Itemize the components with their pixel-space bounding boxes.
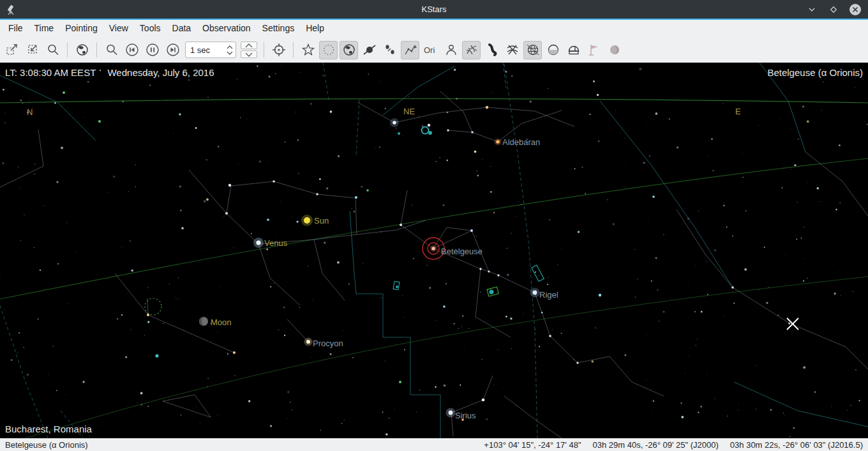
constellation-lines [0, 91, 868, 438]
toggle-solar-system-button[interactable] [340, 41, 358, 59]
menu-view[interactable]: View [103, 20, 134, 37]
nebula-marker [398, 132, 400, 135]
dso-rect-marker [393, 281, 400, 289]
saturn-planet-icon [363, 43, 377, 57]
toggle-constellation-boundaries-button[interactable] [462, 41, 481, 59]
globe-icon [75, 43, 89, 57]
sky-map[interactable]: LT: 3:08:30 AM EEST Wednesday, July 6, 2… [0, 63, 868, 438]
time-unit-down-button[interactable] [241, 50, 257, 58]
search-icon [105, 43, 119, 57]
equatorial-grid-icon [505, 43, 520, 57]
menu-pointing[interactable]: Pointing [59, 20, 103, 37]
betelgeuse-label[interactable]: Betelgeuse [441, 247, 483, 256]
spin-down-icon[interactable] [227, 51, 233, 55]
procyon-marker[interactable] [304, 338, 313, 346]
spin-up-icon[interactable] [227, 45, 233, 49]
time-step-backward-button[interactable] [123, 41, 141, 59]
time-step-spinbox[interactable] [185, 42, 236, 58]
compass-label-ne: NE [403, 107, 415, 116]
toggle-whats-interesting-button[interactable] [564, 41, 583, 59]
eclipse-icon [608, 43, 622, 57]
sun-marker[interactable] [301, 215, 313, 226]
menu-data[interactable]: Data [167, 20, 197, 37]
menu-settings[interactable]: Settings [257, 20, 301, 37]
person-figure-icon [444, 43, 458, 57]
sky-canvas[interactable] [0, 63, 868, 438]
toggle-planets-button[interactable] [360, 41, 378, 59]
moon-marker[interactable] [199, 317, 208, 326]
toggle-equatorial-grid-button[interactable] [503, 41, 521, 59]
sun-label[interactable]: Sun [314, 216, 329, 226]
ecliptic-line [0, 158, 868, 299]
time-unit-up-button[interactable] [241, 42, 257, 49]
time-step-input[interactable] [186, 45, 219, 56]
menu-time[interactable]: Time [29, 20, 60, 37]
geographic-location-button[interactable] [73, 41, 91, 59]
time-info-box[interactable]: LT: 3:08:30 AM EEST Wednesday, July 6, 2… [5, 67, 214, 78]
toggle-deep-sky-objects-button[interactable] [319, 41, 338, 59]
dotted-circle-icon [322, 43, 336, 57]
horizontal-grid-icon [526, 43, 540, 57]
aldebaran-marker[interactable] [495, 139, 502, 146]
maximize-button[interactable] [827, 3, 840, 16]
moon-label[interactable]: Moon [211, 317, 232, 327]
sirius-label[interactable]: Sirius [455, 411, 476, 420]
focus-info-box[interactable]: Betelgeuse (α Orionis) [767, 67, 863, 78]
observatory-dome-icon [567, 43, 581, 57]
zoom-in-button[interactable] [3, 41, 21, 59]
skip-backward-icon [124, 42, 140, 57]
deep-sky-object-markers [145, 127, 544, 316]
orion-nebula-dot [490, 290, 494, 294]
location-info-box[interactable]: Bucharest, Romania [5, 424, 92, 434]
supernovae-icon [383, 43, 397, 57]
maximize-icon [829, 5, 838, 14]
toggle-stars-button[interactable] [299, 41, 317, 59]
rigel-marker[interactable] [530, 288, 540, 298]
compass-label-e: E [735, 107, 741, 116]
menu-tools[interactable]: Tools [134, 20, 167, 37]
toolbar-separator [96, 42, 97, 57]
zoom-out-icon [26, 43, 40, 57]
find-object-dialog-button[interactable] [102, 41, 121, 59]
status-j2000-coords: 03h 29m 40s, -26° 09' 25" (J2000) [593, 440, 719, 450]
toggle-horizontal-grid-button[interactable] [523, 41, 542, 59]
track-object-button[interactable] [269, 41, 288, 59]
menubar: File Time Pointing View Tools Data Obser… [0, 20, 868, 37]
close-button[interactable] [849, 3, 862, 16]
toggle-flags-button[interactable] [585, 41, 603, 59]
toggle-constellation-art-button[interactable] [442, 41, 460, 59]
aldebaran-label[interactable]: Aldebaran [502, 137, 540, 147]
toggle-milky-way-button[interactable] [483, 41, 501, 59]
toggle-horizon-button[interactable] [544, 41, 562, 59]
zoom-out-button[interactable] [23, 41, 41, 59]
crosshair-target-icon [271, 42, 287, 57]
toggle-supernovae-button[interactable] [380, 41, 399, 59]
menu-file[interactable]: File [3, 20, 29, 37]
rigel-label[interactable]: Rigel [539, 290, 558, 300]
flag-icon [587, 43, 601, 57]
date-text: Wednesday, July 6, 2016 [107, 67, 214, 78]
kstars-window: KStars File Time Pointing View Tools Dat… [0, 0, 868, 451]
find-object-button[interactable] [43, 41, 62, 59]
search-icon [46, 43, 60, 57]
menu-help[interactable]: Help [300, 20, 330, 37]
minimize-button[interactable] [805, 3, 818, 16]
toggle-constellation-names-button[interactable]: Ori [421, 41, 440, 59]
sirius-marker[interactable] [446, 408, 456, 418]
toggle-clock-button[interactable] [143, 41, 161, 59]
toggle-constellation-lines-button[interactable] [401, 41, 419, 59]
milky-way-icon [485, 43, 499, 57]
procyon-label[interactable]: Procyon [313, 339, 343, 348]
time-unit-buttons [241, 42, 257, 58]
venus-label[interactable]: Venus [264, 238, 287, 248]
toolbar-separator [293, 42, 294, 57]
titlebar[interactable]: KStars [0, 0, 868, 19]
location-text: Bucharest, Romania [5, 424, 92, 434]
venus-marker[interactable] [253, 238, 264, 248]
toggle-eclipses-button[interactable] [605, 41, 624, 59]
menu-observation[interactable]: Observation [197, 20, 256, 37]
time-step-forward-button[interactable] [163, 41, 182, 59]
window-title: KStars [0, 4, 868, 14]
dso-rect-marker [532, 265, 544, 281]
earth-globe-icon [342, 43, 356, 57]
